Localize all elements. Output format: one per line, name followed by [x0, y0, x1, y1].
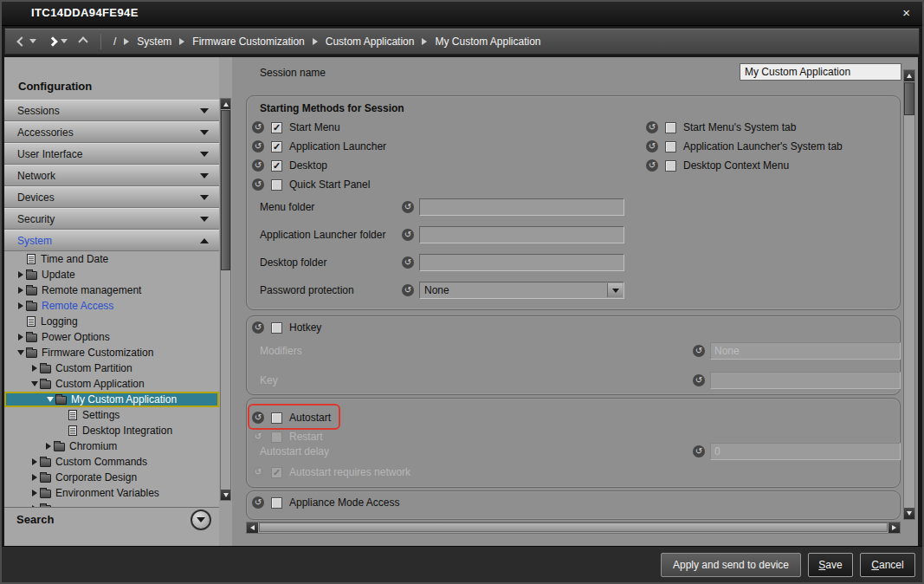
tree-item-custom-commands[interactable]: Custom Commands — [4, 454, 219, 470]
hotkey-checkbox[interactable] — [271, 322, 282, 334]
reset-icon[interactable]: ↺ — [693, 445, 705, 457]
back-history-dropdown-icon[interactable] — [29, 39, 36, 43]
tree-item-chromium[interactable]: Chromium — [4, 438, 219, 454]
reset-icon[interactable]: ↺ — [252, 121, 264, 133]
expand-arrow-icon[interactable] — [42, 443, 54, 450]
breadcrumb-item-system[interactable]: System — [137, 36, 171, 48]
tree-item-corporate-design[interactable]: Corporate Design — [4, 470, 219, 485]
reset-icon[interactable]: ↺ — [252, 159, 264, 172]
sidebar-scrollbar[interactable] — [220, 98, 231, 501]
tree-item-desktop-integration[interactable]: Desktop Integration — [4, 423, 219, 438]
reset-icon[interactable]: ↺ — [402, 256, 414, 269]
reset-icon[interactable]: ↺ — [646, 140, 658, 152]
breadcrumb-item-my-custom-application[interactable]: My Custom Application — [435, 36, 540, 48]
sidebar-section-user-interface[interactable]: User Interface — [4, 143, 219, 165]
tree-item-firmware-customization[interactable]: Firmware Customization — [4, 345, 219, 360]
scroll-down-button[interactable] — [904, 508, 914, 519]
breadcrumb-root[interactable]: / — [113, 36, 116, 48]
reset-icon[interactable]: ↺ — [402, 229, 414, 241]
application-launcher-folder-input[interactable] — [419, 226, 624, 243]
desktop-folder-input[interactable] — [419, 254, 624, 271]
scrollbar-thumb[interactable] — [259, 522, 888, 532]
reset-icon[interactable]: ↺ — [252, 496, 264, 509]
scroll-up-button[interactable] — [904, 70, 914, 81]
expand-arrow-icon[interactable] — [15, 271, 26, 278]
search-expand-button[interactable] — [191, 509, 211, 530]
expand-arrow-icon[interactable] — [29, 365, 40, 372]
tree-item-custom-application[interactable]: Custom Application — [4, 376, 219, 392]
desktop-checkbox[interactable]: ✓ — [271, 160, 282, 172]
tree-item-custom-partition[interactable]: Custom Partition — [4, 360, 219, 376]
quick-start-panel-checkbox[interactable] — [271, 179, 282, 191]
expand-arrow-icon[interactable] — [15, 334, 26, 341]
breadcrumb-separator-icon — [313, 38, 318, 45]
tree-item-my-custom-application[interactable]: My Custom Application — [4, 392, 219, 407]
document-icon — [68, 425, 77, 436]
start-menu-system-tab-checkbox[interactable] — [665, 122, 676, 133]
scroll-right-button[interactable] — [888, 522, 900, 533]
expand-arrow-icon[interactable] — [29, 490, 40, 496]
tree-item-remote-management[interactable]: Remote management — [4, 282, 219, 298]
expand-arrow-icon[interactable] — [15, 302, 26, 309]
dropdown-button[interactable] — [607, 283, 623, 297]
password-protection-dropdown[interactable]: None — [419, 282, 624, 299]
start-menu-checkbox[interactable]: ✓ — [271, 122, 282, 133]
reset-icon[interactable]: ↺ — [252, 140, 264, 152]
application-launcher-checkbox[interactable]: ✓ — [271, 141, 282, 152]
menu-folder-input[interactable] — [419, 198, 624, 216]
reset-icon[interactable]: ↺ — [252, 178, 264, 191]
close-icon[interactable]: × — [902, 6, 910, 19]
chevron-down-icon — [200, 217, 209, 222]
scroll-up-button[interactable] — [221, 99, 230, 109]
chevron-down-icon — [200, 130, 209, 135]
sidebar-section-system[interactable]: System — [4, 230, 219, 251]
sidebar-section-devices[interactable]: Devices — [4, 186, 219, 208]
appliance-mode-access-checkbox[interactable] — [271, 497, 282, 509]
desktop-row: ↺ ✓ Desktop — [252, 159, 327, 172]
scroll-down-button[interactable] — [221, 490, 230, 500]
content-horizontal-scrollbar[interactable] — [246, 522, 901, 534]
sidebar-section-accessories[interactable]: Accessories — [4, 121, 219, 143]
reset-icon[interactable]: ↺ — [693, 345, 705, 357]
autostart-requires-network-row: ↺ ✓ Autostart requires network — [252, 465, 410, 479]
sidebar-section-sessions[interactable]: Sessions — [4, 100, 219, 121]
reset-icon[interactable]: ↺ — [646, 121, 658, 133]
tree-item-environment-variables[interactable]: Environment Variables — [4, 485, 219, 501]
scrollbar-thumb[interactable] — [221, 110, 230, 270]
tree-item-power-options[interactable]: Power Options — [4, 329, 219, 345]
collapse-arrow-icon[interactable] — [29, 381, 40, 386]
expand-arrow-icon[interactable] — [29, 474, 40, 481]
sidebar-section-security[interactable]: Security — [4, 208, 219, 230]
cancel-button[interactable]: Cancel — [860, 553, 915, 577]
save-button[interactable]: Save — [808, 553, 853, 577]
sidebar-section-network[interactable]: Network — [4, 165, 219, 186]
collapse-arrow-icon[interactable] — [15, 350, 26, 355]
reset-icon[interactable]: ↺ — [402, 284, 414, 296]
reset-icon[interactable]: ↺ — [693, 374, 705, 386]
tree-item-time-and-date[interactable]: Time and Date — [4, 251, 219, 267]
forward-history-dropdown-icon[interactable] — [61, 39, 68, 43]
session-name-input[interactable] — [740, 63, 901, 81]
tree-item-label: Remote Access — [42, 300, 113, 312]
up-button[interactable] — [78, 36, 87, 46]
expand-arrow-icon[interactable] — [29, 458, 40, 465]
application-launcher-system-tab-checkbox[interactable] — [665, 141, 676, 152]
breadcrumb-item-firmware-customization[interactable]: Firmware Customization — [192, 36, 304, 48]
scrollbar-thumb[interactable] — [904, 82, 914, 115]
collapse-arrow-icon[interactable] — [44, 397, 55, 402]
tree-item-remote-access[interactable]: Remote Access — [4, 298, 219, 314]
breadcrumb-item-custom-application[interactable]: Custom Application — [326, 36, 415, 48]
reset-icon[interactable]: ↺ — [252, 321, 264, 334]
reset-icon[interactable]: ↺ — [646, 159, 658, 172]
scroll-left-button[interactable] — [247, 522, 258, 533]
tree-item-settings[interactable]: Settings — [4, 407, 219, 423]
back-button[interactable] — [18, 38, 36, 45]
expand-arrow-icon[interactable] — [15, 287, 26, 294]
reset-icon[interactable]: ↺ — [402, 201, 414, 213]
desktop-context-menu-checkbox[interactable] — [665, 160, 676, 172]
tree-item-logging[interactable]: Logging — [4, 314, 219, 329]
content-vertical-scrollbar[interactable] — [903, 69, 915, 520]
forward-button[interactable] — [49, 38, 68, 45]
apply-and-send-button[interactable]: Apply and send to device — [661, 553, 801, 577]
tree-item-update[interactable]: Update — [4, 267, 219, 282]
